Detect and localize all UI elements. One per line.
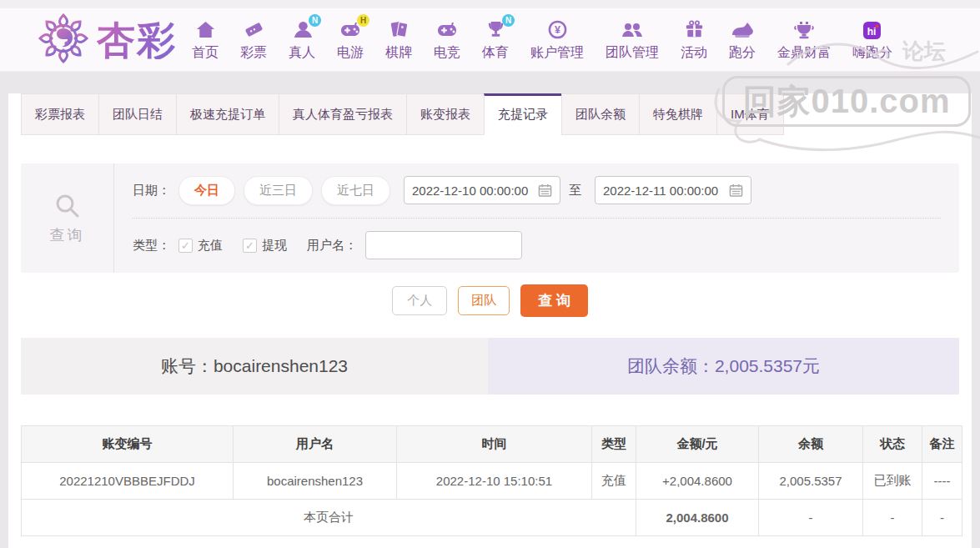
col-change-id: 账变编号 xyxy=(22,426,234,463)
gift-icon xyxy=(682,18,706,42)
tab-team-daily[interactable]: 团队日结 xyxy=(98,93,177,135)
tab-tetu-boardgames[interactable]: 特兔棋牌 xyxy=(639,93,717,135)
cards-icon xyxy=(387,18,410,42)
nav-label: 金鼎财富 xyxy=(777,44,831,62)
account-value: bocairenshen123 xyxy=(214,356,348,376)
date-from-value: 2022-12-10 00:00:00 xyxy=(412,184,528,198)
nav-label: 账户管理 xyxy=(530,44,584,62)
nav-label: 彩票 xyxy=(240,44,267,62)
header: 杏彩 首页 彩票 N 真人 xyxy=(0,8,980,72)
nav-item-paofen[interactable]: 跑分 xyxy=(729,18,756,62)
username-input[interactable] xyxy=(365,231,522,259)
tab-recharge-withdraw-records[interactable]: 充提记录 xyxy=(484,93,562,135)
team-balance-block: 团队余额：2,005.5357 元 xyxy=(488,338,959,395)
content-area: 彩票报表 团队日结 极速充提订单 真人体育盈亏报表 账变报表 充提记录 团队余额… xyxy=(8,93,972,548)
cell-change-id: 20221210VBBBEJFDDJ xyxy=(22,463,234,500)
action-buttons-row: 个人 团队 查 询 xyxy=(8,286,972,314)
cell-status: 已到账 xyxy=(863,463,922,500)
tab-team-balance[interactable]: 团队余额 xyxy=(561,93,640,135)
tab-express-orders[interactable]: 极速充提订单 xyxy=(176,93,279,135)
team-button[interactable]: 团队 xyxy=(458,286,510,315)
filter-search-label: 查询 xyxy=(50,225,85,245)
live-dealer-icon: N xyxy=(290,18,314,42)
top-strip xyxy=(0,0,980,8)
date-to-input[interactable]: 2022-12-11 00:00:00 xyxy=(595,176,751,204)
gamepad-icon: H xyxy=(339,18,362,42)
rhino-icon xyxy=(731,18,754,42)
nav-item-boardgames[interactable]: 棋牌 xyxy=(385,18,412,62)
brand-logo[interactable]: 杏彩 xyxy=(37,12,177,68)
nav-item-sports[interactable]: N 体育 xyxy=(482,18,509,62)
withdraw-option-label: 提现 xyxy=(262,238,287,254)
badge-n: N xyxy=(309,14,321,27)
svg-text:hi: hi xyxy=(867,26,877,38)
summary-remark: - xyxy=(922,500,962,536)
type-label: 类型： xyxy=(133,238,170,254)
calendar-icon xyxy=(729,184,743,198)
flower-logo-icon xyxy=(37,12,90,68)
nav-label: 活动 xyxy=(681,44,707,62)
account-label: 账号： xyxy=(161,354,214,378)
cell-amount: +2,004.8600 xyxy=(636,463,759,500)
team-icon xyxy=(621,18,644,42)
cell-balance: 2,005.5357 xyxy=(759,463,863,500)
filter-search-block: 查询 xyxy=(21,163,114,273)
filter-date-row: 日期： 今日 近三日 近七日 2022-12-10 00:00:00 至 202… xyxy=(133,163,941,219)
records-table: 账变编号 用户名 时间 类型 金额/元 余额 状态 备注 20221210VBB… xyxy=(21,425,962,536)
tab-account-change-report[interactable]: 账变报表 xyxy=(406,93,485,135)
coin-icon: ¥ xyxy=(545,18,569,42)
tab-lottery-report[interactable]: 彩票报表 xyxy=(21,93,99,135)
preset-today-button[interactable]: 今日 xyxy=(178,176,235,205)
team-balance-unit: 元 xyxy=(802,354,820,378)
nav-item-account-management[interactable]: ¥ 账户管理 xyxy=(530,18,584,62)
account-id-block: 账号：bocairenshen123 xyxy=(21,338,488,395)
col-status: 状态 xyxy=(863,426,922,463)
tab-live-sports-pnl[interactable]: 真人体育盈亏报表 xyxy=(279,93,407,135)
badge-h: H xyxy=(357,14,369,27)
nav-item-egames[interactable]: H 电游 xyxy=(337,18,364,62)
nav-item-esports[interactable]: 电竞 xyxy=(434,18,460,62)
nav-label: 跑分 xyxy=(729,44,756,62)
nav-item-home[interactable]: 首页 xyxy=(192,18,219,62)
nav-label: 棋牌 xyxy=(385,44,412,62)
filter-fields: 日期： 今日 近三日 近七日 2022-12-10 00:00:00 至 202… xyxy=(114,163,959,273)
nav-item-live[interactable]: N 真人 xyxy=(289,18,315,62)
recharge-option-label: 充值 xyxy=(198,238,223,254)
tab-im-sports[interactable]: IM体育 xyxy=(716,93,784,135)
cell-type: 充值 xyxy=(592,463,636,500)
cell-remark: ---- xyxy=(922,463,962,500)
team-balance-value: 2,005.5357 xyxy=(715,356,802,376)
nav-item-team-management[interactable]: 团队管理 xyxy=(606,18,659,62)
nav-item-promotions[interactable]: 活动 xyxy=(681,18,707,62)
checkbox-recharge[interactable] xyxy=(178,239,193,253)
preset-3days-button[interactable]: 近三日 xyxy=(244,176,313,205)
checkbox-withdraw[interactable] xyxy=(243,239,257,253)
personal-button[interactable]: 个人 xyxy=(392,286,447,315)
calendar-icon xyxy=(538,184,552,198)
nav-item-lottery[interactable]: 彩票 xyxy=(240,18,267,62)
hi-app-icon: hi xyxy=(861,18,884,42)
cell-time: 2022-12-10 15:10:51 xyxy=(397,463,592,500)
nav-item-jinding-wealth[interactable]: 金鼎财富 xyxy=(777,18,831,62)
brand-name: 杏彩 xyxy=(97,21,177,59)
search-icon xyxy=(53,192,82,220)
col-remark: 备注 xyxy=(922,426,962,463)
col-time: 时间 xyxy=(397,426,592,463)
home-icon xyxy=(193,18,217,42)
team-balance-label: 团队余额： xyxy=(627,354,715,378)
nav-label: 电竞 xyxy=(434,44,460,62)
ticket-icon xyxy=(242,18,265,42)
nav-label: 嗨跑分 xyxy=(852,44,892,62)
username-label: 用户名： xyxy=(307,238,357,254)
trophy-icon: N xyxy=(484,18,507,42)
summary-amount: 2,004.8600 xyxy=(636,500,759,536)
nav-label: 真人 xyxy=(289,44,315,62)
query-button[interactable]: 查 询 xyxy=(520,284,588,317)
date-from-input[interactable]: 2022-12-10 00:00:00 xyxy=(404,176,560,204)
table-summary-row: 本页合计 2,004.8600 - - - xyxy=(22,500,962,536)
col-balance: 余额 xyxy=(759,426,863,463)
nav-item-hi-paofen[interactable]: hi 嗨跑分 xyxy=(852,18,892,62)
preset-7days-button[interactable]: 近七日 xyxy=(321,176,390,205)
date-to-value: 2022-12-11 00:00:00 xyxy=(603,184,718,198)
nav-label: 首页 xyxy=(192,44,219,62)
